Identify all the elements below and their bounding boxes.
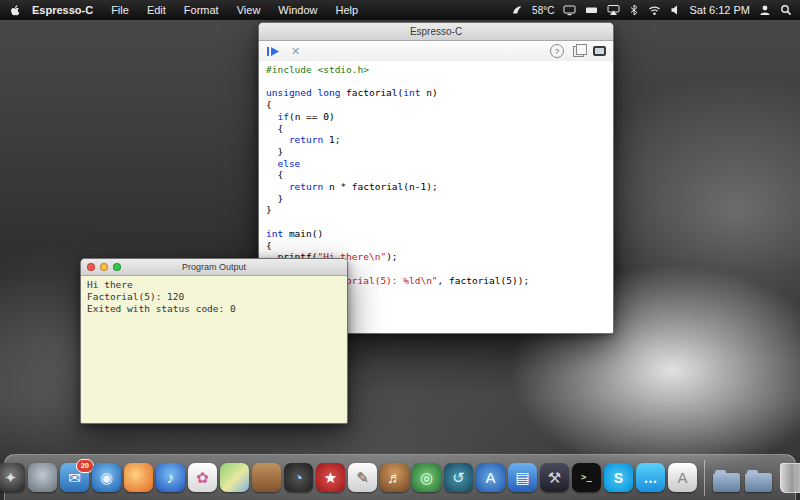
code-line: int main() (266, 228, 612, 240)
code-line: } (266, 193, 612, 205)
dock-icon-photo-booth[interactable]: ◎ (412, 463, 441, 492)
status-icons (563, 4, 680, 16)
dock-icon-maps[interactable] (220, 463, 249, 492)
code-line: } (266, 204, 612, 216)
menu-file[interactable]: File (102, 0, 138, 20)
run-icon[interactable] (266, 46, 281, 57)
dock-icon-firefox[interactable] (124, 463, 153, 492)
temperature-reading[interactable]: 58°C (532, 5, 554, 16)
status-app-bird-icon[interactable] (511, 4, 523, 16)
menu-window[interactable]: Window (269, 0, 326, 20)
search-icon[interactable] (780, 4, 792, 16)
code-line: { (266, 240, 612, 252)
menu-status: 58°C Sat 6:12 PM (511, 4, 792, 16)
code-line: { (266, 99, 612, 111)
menu-bar: Espresso-CFileEditFormatViewWindowHelp 5… (0, 0, 800, 20)
dock-icon-textedit[interactable]: A (668, 463, 697, 492)
zoom-traffic-light[interactable] (113, 263, 121, 271)
dock-icon-downloads-folder[interactable] (744, 463, 773, 492)
help-icon[interactable]: ? (550, 44, 564, 58)
minimize-traffic-light[interactable] (100, 263, 108, 271)
wifi-icon[interactable] (648, 4, 661, 16)
user-icon[interactable] (759, 4, 771, 16)
code-line: return n * factorial(n-1); (266, 181, 612, 193)
dock-icon-photos[interactable]: ✿ (188, 463, 217, 492)
output-window-title: Program Output (182, 262, 246, 272)
output-titlebar[interactable]: Program Output (81, 259, 347, 276)
close-icon[interactable]: ✕ (291, 46, 300, 57)
output-line: Factorial(5): 120 (87, 291, 341, 303)
code-line: unsigned long factorial(int n) (266, 87, 612, 99)
menu-view[interactable]: View (228, 0, 270, 20)
display-toggle-icon[interactable] (593, 46, 606, 56)
dock-icon-time-machine[interactable]: ↺ (444, 463, 473, 492)
airplay-icon[interactable] (607, 4, 620, 16)
copy-icon[interactable] (573, 46, 584, 57)
dock-icon-garageband[interactable]: ♬ (380, 463, 409, 492)
editor-titlebar[interactable]: Espresso-C (259, 23, 613, 41)
keyboard-icon[interactable] (585, 4, 598, 16)
dock: ✦✉20◉♪✿◔★✎♬◎↺A▤⚒>_S…A (4, 454, 796, 500)
menu-help[interactable]: Help (326, 0, 367, 20)
dock-icon-launchpad[interactable]: ✦ (0, 463, 25, 492)
code-line: { (266, 123, 612, 135)
editor-window-title: Espresso-C (410, 26, 462, 37)
dock-icon-messages[interactable]: … (636, 463, 665, 492)
code-line: { (266, 169, 612, 181)
code-line: } (266, 146, 612, 158)
editor-toolbar: ✕ ? (259, 41, 613, 62)
menu-espresso-c[interactable]: Espresso-C (23, 0, 102, 20)
dock-icon-contacts[interactable] (252, 463, 281, 492)
program-output-text: Hi thereFactorial(5): 120Exited with sta… (82, 276, 346, 422)
dock-icon-documents-folder[interactable] (712, 463, 741, 492)
menu-clock[interactable]: Sat 6:12 PM (689, 4, 750, 16)
dock-icon-mission-control[interactable] (28, 463, 57, 492)
dock-separator (704, 460, 705, 496)
status-right-icons (759, 4, 792, 16)
bluetooth-icon[interactable] (629, 4, 639, 16)
code-line: #include <stdio.h> (266, 64, 612, 76)
code-line: if(n == 0) (266, 111, 612, 123)
output-window: Program Output Hi thereFactorial(5): 120… (80, 258, 348, 424)
dock-icon-itunes[interactable]: ♪ (156, 463, 185, 492)
dock-icon-app-store[interactable]: A (476, 463, 505, 492)
dock-icon-trash[interactable] (780, 463, 800, 493)
code-line: return 1; (266, 134, 612, 146)
menu-format[interactable]: Format (175, 0, 228, 20)
dock-icon-safari[interactable]: ◉ (92, 463, 121, 492)
volume-icon[interactable] (670, 4, 680, 16)
display-icon[interactable] (563, 4, 576, 16)
traffic-lights (87, 263, 121, 271)
dock-icon-terminal[interactable]: >_ (572, 463, 601, 492)
output-line: Hi there (87, 279, 341, 291)
code-line (266, 216, 612, 228)
dock-icon-mail[interactable]: ✉20 (60, 463, 89, 492)
menu-items: Espresso-CFileEditFormatViewWindowHelp (23, 0, 367, 20)
dock-icon-xcode[interactable]: ⚒ (540, 463, 569, 492)
output-line: Exited with status code: 0 (87, 303, 341, 315)
dock-icon-ibooks[interactable]: ▤ (508, 463, 537, 492)
dock-icon-skype[interactable]: S (604, 463, 633, 492)
close-traffic-light[interactable] (87, 263, 95, 271)
dock-icon-dashboard[interactable]: ◔ (284, 463, 313, 492)
dock-icon-front-row[interactable]: ★ (316, 463, 345, 492)
code-line: else (266, 158, 612, 170)
dock-icon-pages[interactable]: ✎ (348, 463, 377, 492)
menu-edit[interactable]: Edit (138, 0, 175, 20)
code-line (266, 76, 612, 88)
apple-menu-icon[interactable] (8, 4, 21, 17)
